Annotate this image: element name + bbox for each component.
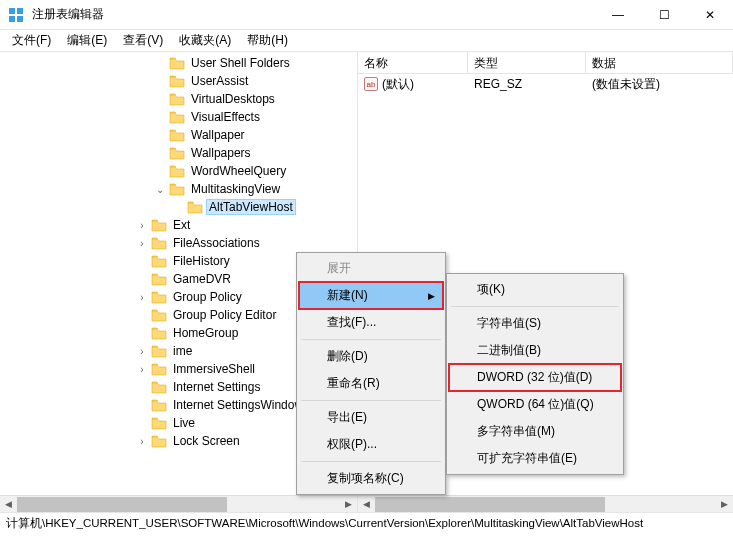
tree-label: User Shell Folders xyxy=(188,55,293,71)
expander-icon[interactable]: › xyxy=(136,220,148,231)
app-icon xyxy=(8,7,24,23)
menu-item[interactable]: 项(K) xyxy=(449,276,621,303)
menu-help[interactable]: 帮助(H) xyxy=(239,30,296,51)
folder-icon xyxy=(169,146,185,160)
col-name[interactable]: 名称 xyxy=(358,52,468,73)
svg-rect-2 xyxy=(9,16,15,22)
folder-icon xyxy=(151,272,167,286)
tree-item[interactable]: VisualEffects xyxy=(0,108,357,126)
scroll-left-icon[interactable]: ◀ xyxy=(358,496,375,513)
tree-label: ime xyxy=(170,343,195,359)
tree-label: Group Policy xyxy=(170,289,245,305)
tree-label: VirtualDesktops xyxy=(188,91,278,107)
string-value-icon: ab xyxy=(364,77,378,91)
folder-icon xyxy=(151,380,167,394)
value-name: (默认) xyxy=(382,76,414,93)
menu-item[interactable]: 多字符串值(M) xyxy=(449,418,621,445)
scroll-thumb[interactable] xyxy=(375,497,605,512)
folder-icon xyxy=(151,308,167,322)
col-data[interactable]: 数据 xyxy=(586,52,733,73)
tree-item[interactable]: User Shell Folders xyxy=(0,54,357,72)
scroll-thumb[interactable] xyxy=(17,497,227,512)
list-hscroll[interactable]: ◀ ▶ xyxy=(358,495,733,512)
tree-label: Ext xyxy=(170,217,193,233)
menu-item[interactable]: 权限(P)... xyxy=(299,431,443,458)
folder-icon xyxy=(151,344,167,358)
expander-icon[interactable]: › xyxy=(136,292,148,303)
minimize-button[interactable]: — xyxy=(595,0,641,30)
menu-item[interactable]: 二进制值(B) xyxy=(449,337,621,364)
menu-separator xyxy=(301,400,441,401)
tree-label: HomeGroup xyxy=(170,325,241,341)
list-header: 名称 类型 数据 xyxy=(358,52,733,74)
tree-label: Internet SettingsWindows xyxy=(170,397,312,413)
statusbar: 计算机\HKEY_CURRENT_USER\SOFTWARE\Microsoft… xyxy=(0,512,733,534)
tree-label: FileHistory xyxy=(170,253,233,269)
tree-label: Group Policy Editor xyxy=(170,307,279,323)
menu-item[interactable]: 复制项名称(C) xyxy=(299,465,443,492)
folder-icon xyxy=(151,254,167,268)
folder-icon xyxy=(151,236,167,250)
menu-item[interactable]: 查找(F)... xyxy=(299,309,443,336)
tree-item[interactable]: Wallpaper xyxy=(0,126,357,144)
menu-item[interactable]: 删除(D) xyxy=(299,343,443,370)
close-button[interactable]: ✕ xyxy=(687,0,733,30)
tree-label: ImmersiveShell xyxy=(170,361,258,377)
folder-icon xyxy=(169,56,185,70)
folder-icon xyxy=(169,182,185,196)
menu-edit[interactable]: 编辑(E) xyxy=(59,30,115,51)
menu-item[interactable]: 导出(E) xyxy=(299,404,443,431)
tree-label: Lock Screen xyxy=(170,433,243,449)
folder-icon xyxy=(151,434,167,448)
value-type: REG_SZ xyxy=(468,75,586,93)
folder-icon xyxy=(169,164,185,178)
svg-rect-0 xyxy=(9,8,15,14)
tree-item[interactable]: ›Ext xyxy=(0,216,357,234)
scroll-left-icon[interactable]: ◀ xyxy=(0,496,17,513)
tree-item[interactable]: WordWheelQuery xyxy=(0,162,357,180)
folder-icon xyxy=(151,362,167,376)
tree-label: WordWheelQuery xyxy=(188,163,289,179)
folder-icon xyxy=(169,128,185,142)
scroll-right-icon[interactable]: ▶ xyxy=(716,496,733,513)
titlebar: 注册表编辑器 — ☐ ✕ xyxy=(0,0,733,30)
menu-item[interactable]: QWORD (64 位)值(Q) xyxy=(449,391,621,418)
tree-label: Wallpaper xyxy=(188,127,248,143)
expander-icon[interactable]: › xyxy=(136,238,148,249)
svg-rect-1 xyxy=(17,8,23,14)
tree-label: VisualEffects xyxy=(188,109,263,125)
expander-icon[interactable]: › xyxy=(136,346,148,357)
menu-item[interactable]: 可扩充字符串值(E) xyxy=(449,445,621,472)
list-row[interactable]: ab (默认) REG_SZ (数值未设置) xyxy=(358,74,733,94)
menu-separator xyxy=(301,339,441,340)
menu-item[interactable]: DWORD (32 位)值(D) xyxy=(449,364,621,391)
folder-icon xyxy=(151,290,167,304)
tree-item[interactable]: ⌄MultitaskingView xyxy=(0,180,357,198)
tree-item[interactable]: UserAssist xyxy=(0,72,357,90)
col-type[interactable]: 类型 xyxy=(468,52,586,73)
expander-icon[interactable]: ⌄ xyxy=(154,184,166,195)
folder-icon xyxy=(169,92,185,106)
menu-view[interactable]: 查看(V) xyxy=(115,30,171,51)
tree-label: AltTabViewHost xyxy=(206,199,296,215)
menubar: 文件(F) 编辑(E) 查看(V) 收藏夹(A) 帮助(H) xyxy=(0,30,733,52)
expander-icon[interactable]: › xyxy=(136,364,148,375)
tree-item[interactable]: VirtualDesktops xyxy=(0,90,357,108)
svg-rect-3 xyxy=(17,16,23,22)
maximize-button[interactable]: ☐ xyxy=(641,0,687,30)
tree-item[interactable]: Wallpapers xyxy=(0,144,357,162)
tree-label: FileAssociations xyxy=(170,235,263,251)
tree-item[interactable]: ›FileAssociations xyxy=(0,234,357,252)
context-submenu: 项(K)字符串值(S)二进制值(B)DWORD (32 位)值(D)QWORD … xyxy=(446,273,624,475)
menu-favorites[interactable]: 收藏夹(A) xyxy=(171,30,239,51)
tree-hscroll[interactable]: ◀ ▶ xyxy=(0,495,357,512)
folder-icon xyxy=(169,110,185,124)
menu-item[interactable]: 重命名(R) xyxy=(299,370,443,397)
menu-item[interactable]: 字符串值(S) xyxy=(449,310,621,337)
menu-item[interactable]: 新建(N)▶ xyxy=(299,282,443,309)
tree-item[interactable]: AltTabViewHost xyxy=(0,198,357,216)
expander-icon[interactable]: › xyxy=(136,436,148,447)
menu-file[interactable]: 文件(F) xyxy=(4,30,59,51)
scroll-right-icon[interactable]: ▶ xyxy=(340,496,357,513)
folder-icon xyxy=(151,326,167,340)
